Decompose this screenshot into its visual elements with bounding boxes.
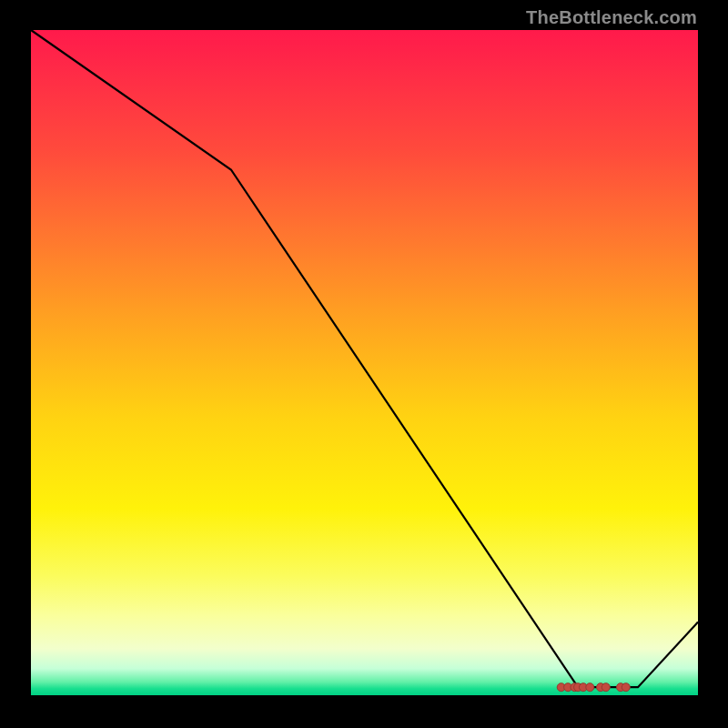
chart-frame: TheBottleneck.com	[0, 0, 728, 728]
optimal-range-dots	[557, 683, 630, 692]
bottleneck-curve	[31, 30, 698, 687]
svg-point-9	[622, 683, 630, 692]
svg-point-5	[586, 683, 594, 692]
svg-point-7	[602, 683, 610, 692]
watermark-text: TheBottleneck.com	[526, 7, 697, 28]
chart-svg	[31, 30, 698, 695]
